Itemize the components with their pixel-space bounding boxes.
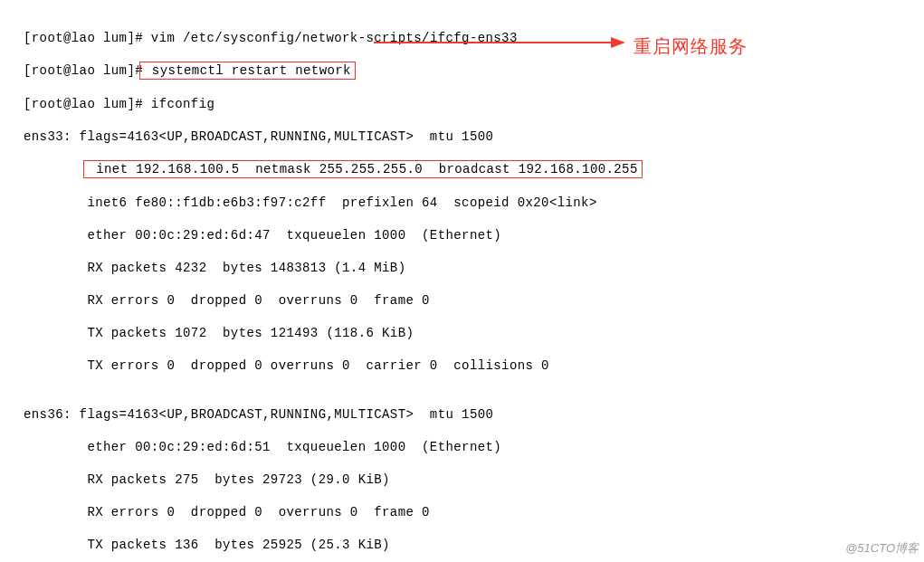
output-line: RX errors 0 dropped 0 overruns 0 frame 0 — [24, 504, 643, 520]
output-line: ens36: flags=4163<UP,BROADCAST,RUNNING,M… — [24, 406, 643, 423]
command-ifconfig: ifconfig — [151, 97, 214, 111]
highlight-command-restart: systemctl restart network — [139, 62, 356, 80]
command-vim: vim /etc/sysconfig/network-scripts/ifcfg… — [151, 31, 518, 45]
output-line: RX packets 275 bytes 29723 (29.0 KiB) — [24, 472, 643, 488]
output-line: inet6 fe80::f1db:e6b3:f97:c2ff prefixlen… — [24, 195, 643, 211]
prompt: [root@lao lum]# — [24, 63, 143, 78]
prompt: [root@lao lum]# — [24, 97, 151, 111]
output-line: RX errors 0 dropped 0 overruns 0 frame 0 — [24, 292, 643, 309]
output-line: TX packets 1072 bytes 121493 (118.6 KiB) — [24, 325, 643, 341]
output-line: ether 00:0c:29:ed:6d:47 txqueuelen 1000 … — [24, 227, 643, 243]
output-line: ether 00:0c:29:ed:6d:51 txqueuelen 1000 … — [24, 439, 643, 455]
output-line: TX errors 0 dropped 0 overruns 0 carrier… — [24, 357, 643, 374]
indent — [24, 162, 87, 176]
watermark: @51CTO博客 — [845, 540, 919, 557]
highlight-inet-line: inet 192.168.100.5 netmask 255.255.255.0… — [83, 160, 642, 178]
output-line: TX packets 136 bytes 25925 (25.3 KiB) — [24, 537, 643, 553]
output-line: RX packets 4232 bytes 1483813 (1.4 MiB) — [24, 260, 643, 276]
output-line: ens33: flags=4163<UP,BROADCAST,RUNNING,M… — [24, 129, 643, 145]
annotation-label: 重启网络服务 — [633, 38, 748, 54]
terminal-screenshot: { "lines":{ "l0a":"[root@lao lum]# ", "l… — [0, 0, 924, 562]
terminal-output: [root@lao lum]# vim /etc/sysconfig/netwo… — [24, 14, 643, 562]
prompt: [root@lao lum]# — [24, 31, 151, 45]
